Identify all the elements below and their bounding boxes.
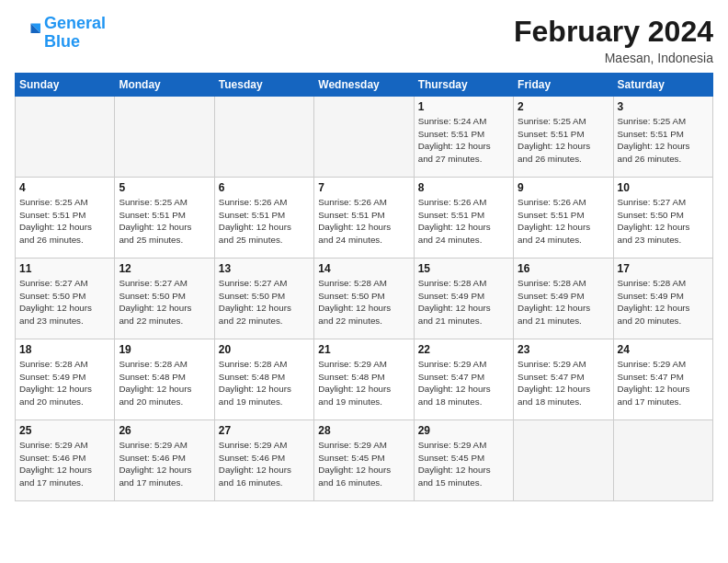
weekday-header-thursday: Thursday: [414, 74, 513, 97]
calendar-cell: [613, 420, 712, 501]
weekday-header-row: SundayMondayTuesdayWednesdayThursdayFrid…: [16, 74, 713, 97]
day-number: 22: [418, 343, 509, 356]
day-info: Sunrise: 5:29 AM Sunset: 5:47 PM Dayligh…: [618, 358, 709, 408]
day-number: 12: [119, 262, 210, 275]
day-number: 8: [418, 181, 509, 194]
day-number: 18: [19, 343, 110, 356]
calendar-cell: 18Sunrise: 5:28 AM Sunset: 5:49 PM Dayli…: [16, 339, 115, 420]
day-info: Sunrise: 5:28 AM Sunset: 5:50 PM Dayligh…: [318, 277, 409, 327]
calendar-cell: 5Sunrise: 5:25 AM Sunset: 5:51 PM Daylig…: [115, 178, 214, 259]
day-number: 27: [219, 424, 310, 437]
calendar-cell: 23Sunrise: 5:29 AM Sunset: 5:47 PM Dayli…: [514, 339, 613, 420]
calendar-cell: 12Sunrise: 5:27 AM Sunset: 5:50 PM Dayli…: [115, 259, 214, 339]
calendar-cell: 24Sunrise: 5:29 AM Sunset: 5:47 PM Dayli…: [613, 339, 712, 420]
calendar-week-3: 11Sunrise: 5:27 AM Sunset: 5:50 PM Dayli…: [16, 259, 713, 339]
day-number: 16: [518, 262, 609, 275]
calendar-cell: 6Sunrise: 5:26 AM Sunset: 5:51 PM Daylig…: [214, 178, 313, 259]
day-number: 1: [418, 100, 509, 113]
day-number: 28: [318, 424, 409, 437]
day-info: Sunrise: 5:28 AM Sunset: 5:49 PM Dayligh…: [518, 277, 609, 327]
calendar-cell: 27Sunrise: 5:29 AM Sunset: 5:46 PM Dayli…: [214, 420, 313, 501]
calendar-cell: [214, 97, 313, 178]
day-number: 17: [618, 262, 709, 275]
calendar-table: SundayMondayTuesdayWednesdayThursdayFrid…: [15, 73, 713, 501]
day-number: 5: [119, 181, 210, 194]
day-info: Sunrise: 5:28 AM Sunset: 5:48 PM Dayligh…: [219, 358, 310, 408]
day-number: 21: [318, 343, 409, 356]
day-number: 26: [119, 424, 210, 437]
day-number: 6: [219, 181, 310, 194]
day-info: Sunrise: 5:29 AM Sunset: 5:46 PM Dayligh…: [219, 439, 310, 489]
day-number: 10: [618, 181, 709, 194]
day-number: 19: [119, 343, 210, 356]
day-number: 23: [518, 343, 609, 356]
logo-text: General Blue: [44, 15, 106, 52]
day-number: 13: [219, 262, 310, 275]
day-number: 3: [618, 100, 709, 113]
day-number: 9: [518, 181, 609, 194]
day-info: Sunrise: 5:26 AM Sunset: 5:51 PM Dayligh…: [219, 196, 310, 247]
calendar-cell: 22Sunrise: 5:29 AM Sunset: 5:47 PM Dayli…: [414, 339, 513, 420]
calendar-cell: 25Sunrise: 5:29 AM Sunset: 5:46 PM Dayli…: [16, 420, 115, 501]
calendar-cell: [115, 97, 214, 178]
day-info: Sunrise: 5:29 AM Sunset: 5:45 PM Dayligh…: [418, 439, 509, 489]
calendar-cell: 26Sunrise: 5:29 AM Sunset: 5:46 PM Dayli…: [115, 420, 214, 501]
logo: General Blue: [15, 15, 106, 52]
weekday-header-tuesday: Tuesday: [214, 74, 313, 97]
day-info: Sunrise: 5:28 AM Sunset: 5:48 PM Dayligh…: [119, 358, 210, 408]
day-info: Sunrise: 5:27 AM Sunset: 5:50 PM Dayligh…: [219, 277, 310, 327]
day-number: 15: [418, 262, 509, 275]
day-info: Sunrise: 5:27 AM Sunset: 5:50 PM Dayligh…: [618, 196, 709, 247]
calendar-cell: 7Sunrise: 5:26 AM Sunset: 5:51 PM Daylig…: [314, 178, 414, 259]
day-info: Sunrise: 5:26 AM Sunset: 5:51 PM Dayligh…: [318, 196, 409, 247]
day-info: Sunrise: 5:25 AM Sunset: 5:51 PM Dayligh…: [618, 115, 709, 166]
calendar-cell: 1Sunrise: 5:24 AM Sunset: 5:51 PM Daylig…: [414, 97, 513, 178]
calendar-cell: 15Sunrise: 5:28 AM Sunset: 5:49 PM Dayli…: [414, 259, 513, 339]
calendar-cell: 3Sunrise: 5:25 AM Sunset: 5:51 PM Daylig…: [613, 97, 712, 178]
day-info: Sunrise: 5:29 AM Sunset: 5:47 PM Dayligh…: [518, 358, 609, 408]
weekday-header-monday: Monday: [115, 74, 214, 97]
day-info: Sunrise: 5:24 AM Sunset: 5:51 PM Dayligh…: [418, 115, 509, 166]
calendar-week-2: 4Sunrise: 5:25 AM Sunset: 5:51 PM Daylig…: [16, 178, 713, 259]
calendar-cell: 11Sunrise: 5:27 AM Sunset: 5:50 PM Dayli…: [16, 259, 115, 339]
weekday-header-friday: Friday: [514, 74, 613, 97]
day-number: 25: [19, 424, 110, 437]
day-number: 20: [219, 343, 310, 356]
day-info: Sunrise: 5:25 AM Sunset: 5:51 PM Dayligh…: [19, 196, 110, 247]
weekday-header-wednesday: Wednesday: [314, 74, 414, 97]
day-info: Sunrise: 5:27 AM Sunset: 5:50 PM Dayligh…: [119, 277, 210, 327]
day-info: Sunrise: 5:25 AM Sunset: 5:51 PM Dayligh…: [518, 115, 609, 166]
day-info: Sunrise: 5:26 AM Sunset: 5:51 PM Dayligh…: [518, 196, 609, 247]
calendar-cell: 4Sunrise: 5:25 AM Sunset: 5:51 PM Daylig…: [16, 178, 115, 259]
day-info: Sunrise: 5:29 AM Sunset: 5:48 PM Dayligh…: [318, 358, 409, 408]
day-number: 11: [19, 262, 110, 275]
day-info: Sunrise: 5:29 AM Sunset: 5:47 PM Dayligh…: [418, 358, 509, 408]
day-info: Sunrise: 5:27 AM Sunset: 5:50 PM Dayligh…: [19, 277, 110, 327]
calendar-cell: 14Sunrise: 5:28 AM Sunset: 5:50 PM Dayli…: [314, 259, 414, 339]
day-number: 24: [618, 343, 709, 356]
title-block: February 2024 Maesan, Indonesia: [514, 15, 713, 65]
day-number: 14: [318, 262, 409, 275]
calendar-week-1: 1Sunrise: 5:24 AM Sunset: 5:51 PM Daylig…: [16, 97, 713, 178]
day-info: Sunrise: 5:28 AM Sunset: 5:49 PM Dayligh…: [418, 277, 509, 327]
calendar-cell: [16, 97, 115, 178]
calendar-cell: 2Sunrise: 5:25 AM Sunset: 5:51 PM Daylig…: [514, 97, 613, 178]
calendar-cell: 9Sunrise: 5:26 AM Sunset: 5:51 PM Daylig…: [514, 178, 613, 259]
calendar-cell: 21Sunrise: 5:29 AM Sunset: 5:48 PM Dayli…: [314, 339, 414, 420]
weekday-header-saturday: Saturday: [613, 74, 712, 97]
calendar-cell: 29Sunrise: 5:29 AM Sunset: 5:45 PM Dayli…: [414, 420, 513, 501]
day-info: Sunrise: 5:28 AM Sunset: 5:49 PM Dayligh…: [618, 277, 709, 327]
calendar-cell: 16Sunrise: 5:28 AM Sunset: 5:49 PM Dayli…: [514, 259, 613, 339]
calendar-cell: [514, 420, 613, 501]
weekday-header-sunday: Sunday: [16, 74, 115, 97]
calendar-cell: 13Sunrise: 5:27 AM Sunset: 5:50 PM Dayli…: [214, 259, 313, 339]
calendar-cell: 17Sunrise: 5:28 AM Sunset: 5:49 PM Dayli…: [613, 259, 712, 339]
calendar-cell: 28Sunrise: 5:29 AM Sunset: 5:45 PM Dayli…: [314, 420, 414, 501]
day-number: 7: [318, 181, 409, 194]
calendar-cell: 10Sunrise: 5:27 AM Sunset: 5:50 PM Dayli…: [613, 178, 712, 259]
day-info: Sunrise: 5:29 AM Sunset: 5:45 PM Dayligh…: [318, 439, 409, 489]
day-number: 29: [418, 424, 509, 437]
day-number: 2: [518, 100, 609, 113]
calendar-cell: [314, 97, 414, 178]
calendar-week-5: 25Sunrise: 5:29 AM Sunset: 5:46 PM Dayli…: [16, 420, 713, 501]
